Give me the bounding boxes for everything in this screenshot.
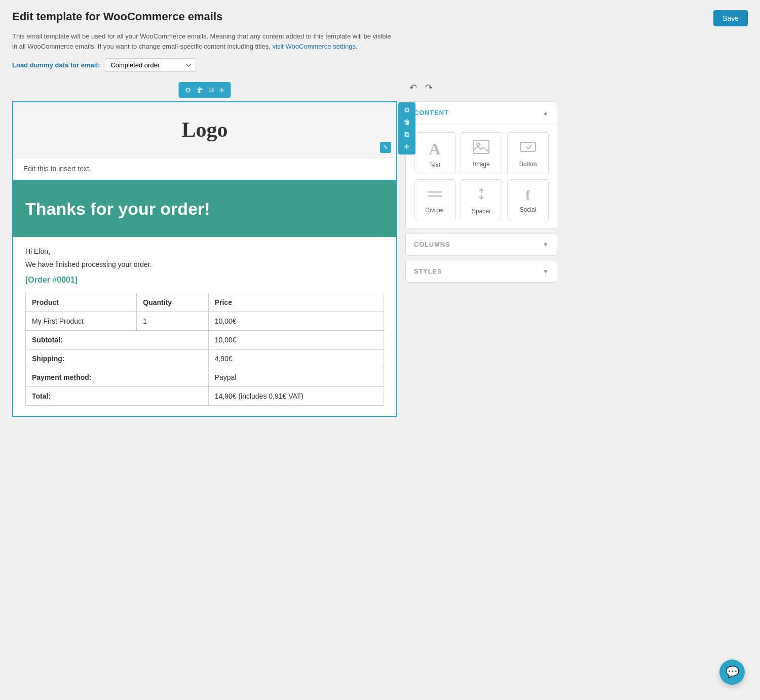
order-link[interactable]: [Order #0001] bbox=[25, 276, 384, 285]
svg-rect-2 bbox=[520, 142, 536, 151]
subtotal-value: 10,00€ bbox=[208, 331, 384, 349]
banner-block: Thanks for your order! bbox=[13, 181, 396, 237]
undo-button[interactable]: ↶ bbox=[407, 81, 419, 94]
table-row-subtotal: Subtotal: 10,00€ bbox=[26, 331, 384, 349]
content-item-image[interactable]: Image bbox=[461, 132, 502, 174]
page-title: Edit template for WooCommerce emails bbox=[12, 10, 222, 23]
product-qty: 1 bbox=[137, 312, 208, 331]
side-delete-btn[interactable]: 🗑 bbox=[401, 117, 412, 127]
col-product: Product bbox=[26, 293, 137, 312]
content-section-arrow: ▲ bbox=[543, 109, 549, 116]
woocommerce-settings-link[interactable]: visit WooCommerce settings. bbox=[273, 43, 358, 50]
logo-edit-btn[interactable]: ✎ bbox=[380, 142, 391, 153]
styles-section: STYLES ▼ bbox=[405, 260, 557, 283]
content-section-title: CONTENT bbox=[414, 109, 448, 116]
block-settings-btn[interactable]: ⚙ bbox=[183, 85, 194, 95]
columns-section-arrow: ▼ bbox=[543, 241, 549, 248]
greeting-text: Hi Elon, bbox=[25, 247, 384, 255]
page-title-area: Edit template for WooCommerce emails bbox=[12, 10, 222, 23]
chat-bubble[interactable]: 💬 bbox=[719, 659, 745, 685]
social-label: Social bbox=[520, 206, 537, 213]
email-canvas-wrapper: ⚙ 🗑 ⧉ ✛ ⚙ 🗑 ⧉ ✛ Logo bbox=[12, 81, 397, 417]
right-panel: ↶ ↷ CONTENT ▲ A Text bbox=[405, 81, 557, 287]
styles-section-arrow: ▼ bbox=[543, 268, 549, 275]
shipping-value: 4,90€ bbox=[208, 349, 384, 368]
dummy-data-select[interactable]: Completed order Processing order Cancell… bbox=[105, 58, 196, 72]
chat-icon: 💬 bbox=[726, 666, 739, 679]
dummy-data-row: Load dummy data for email: Completed ord… bbox=[12, 58, 748, 72]
email-canvas: ⚙ 🗑 ⧉ ✛ Logo ✎ Edit this to insert text. bbox=[12, 101, 397, 417]
content-item-spacer[interactable]: Spacer bbox=[461, 179, 502, 220]
content-item-divider[interactable]: Divider bbox=[414, 179, 455, 220]
block-delete-btn[interactable]: 🗑 bbox=[195, 85, 206, 95]
block-toolbar: ⚙ 🗑 ⧉ ✛ bbox=[179, 82, 231, 98]
columns-section-header[interactable]: COLUMNS ▼ bbox=[406, 234, 557, 255]
content-grid: A Text Image bbox=[406, 124, 557, 228]
button-icon bbox=[520, 140, 536, 158]
logo-text: Logo bbox=[181, 118, 227, 141]
side-move-btn[interactable]: ✛ bbox=[402, 142, 412, 152]
spacer-icon bbox=[473, 187, 489, 205]
col-quantity: Quantity bbox=[137, 293, 208, 312]
payment-value: Paypal bbox=[208, 368, 384, 387]
image-icon bbox=[473, 140, 489, 158]
col-price: Price bbox=[208, 293, 384, 312]
page-wrapper: Edit template for WooCommerce emails Sav… bbox=[0, 0, 760, 700]
logo-block[interactable]: Logo ✎ bbox=[13, 102, 396, 158]
table-row-shipping: Shipping: 4,90€ bbox=[26, 349, 384, 368]
text-block[interactable]: Edit this to insert text. bbox=[13, 158, 396, 181]
styles-section-title: STYLES bbox=[414, 267, 442, 275]
payment-label: Payment method: bbox=[26, 368, 209, 387]
text-icon: A bbox=[429, 140, 440, 159]
undo-redo-row: ↶ ↷ bbox=[405, 81, 557, 94]
save-button[interactable]: Save bbox=[713, 10, 748, 26]
canvas-container: ⚙ 🗑 ⧉ ✛ ⚙ 🗑 ⧉ ✛ Logo bbox=[12, 101, 397, 417]
block-move-btn[interactable]: ✛ bbox=[217, 85, 227, 95]
content-item-social[interactable]: f Social bbox=[507, 179, 549, 220]
redo-button[interactable]: ↷ bbox=[423, 81, 435, 94]
product-price: 10,00€ bbox=[208, 312, 384, 331]
button-label: Button bbox=[519, 161, 537, 168]
block-duplicate-btn[interactable]: ⧉ bbox=[207, 85, 216, 95]
side-toolbar: ⚙ 🗑 ⧉ ✛ bbox=[398, 102, 415, 154]
dummy-data-label: Load dummy data for email: bbox=[12, 61, 100, 69]
table-row: My First Product 1 10,00€ bbox=[26, 312, 384, 331]
social-icon: f bbox=[525, 187, 530, 203]
total-label: Total: bbox=[26, 387, 209, 406]
shipping-label: Shipping: bbox=[26, 349, 209, 368]
divider-label: Divider bbox=[425, 207, 444, 214]
email-body: Hi Elon, We have finished processing you… bbox=[13, 237, 396, 416]
text-block-content: Edit this to insert text. bbox=[23, 165, 91, 173]
spacer-label: Spacer bbox=[472, 208, 491, 215]
description-text: This email template will be used for all… bbox=[12, 31, 397, 51]
divider-icon bbox=[427, 187, 443, 204]
order-table: Product Quantity Price My First Product … bbox=[25, 293, 384, 406]
total-value: 14,90€ (includes 0,91€ VAT) bbox=[208, 387, 384, 406]
content-item-text[interactable]: A Text bbox=[414, 132, 455, 174]
svg-rect-0 bbox=[474, 140, 489, 153]
content-section-header[interactable]: CONTENT ▲ bbox=[406, 102, 557, 124]
table-header-row: Product Quantity Price bbox=[26, 293, 384, 312]
product-name: My First Product bbox=[26, 312, 137, 331]
styles-section-header[interactable]: STYLES ▼ bbox=[406, 260, 557, 282]
text-label: Text bbox=[429, 162, 440, 169]
content-item-button[interactable]: Button bbox=[507, 132, 549, 174]
main-layout: ⚙ 🗑 ⧉ ✛ ⚙ 🗑 ⧉ ✛ Logo bbox=[12, 81, 748, 417]
image-label: Image bbox=[473, 161, 489, 168]
table-row-total: Total: 14,90€ (includes 0,91€ VAT) bbox=[26, 387, 384, 406]
columns-section-title: COLUMNS bbox=[414, 241, 450, 248]
page-header: Edit template for WooCommerce emails Sav… bbox=[12, 10, 748, 26]
svg-point-1 bbox=[477, 143, 480, 146]
table-row-payment: Payment method: Paypal bbox=[26, 368, 384, 387]
side-settings-btn[interactable]: ⚙ bbox=[402, 105, 412, 115]
side-duplicate-btn[interactable]: ⧉ bbox=[402, 129, 411, 140]
content-section: CONTENT ▲ A Text bbox=[405, 101, 557, 229]
columns-section: COLUMNS ▼ bbox=[405, 233, 557, 256]
order-message: We have finished processing your order. bbox=[25, 260, 384, 268]
subtotal-label: Subtotal: bbox=[26, 331, 209, 349]
banner-title: Thanks for your order! bbox=[25, 199, 210, 218]
